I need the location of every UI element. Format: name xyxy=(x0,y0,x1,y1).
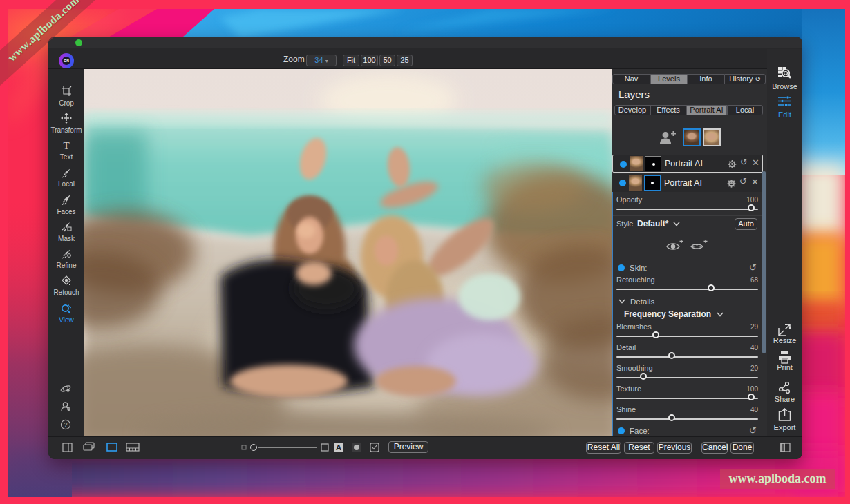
svg-text:?: ? xyxy=(64,421,67,428)
svg-text:T: T xyxy=(63,140,69,151)
